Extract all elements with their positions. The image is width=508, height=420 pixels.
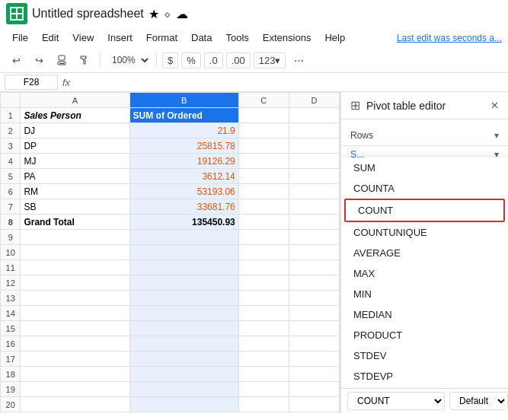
col-header-a[interactable]: A: [21, 93, 129, 108]
cell-5-d[interactable]: [289, 169, 339, 184]
dropdown-item-min[interactable]: MIN: [341, 284, 508, 304]
cell-4-c[interactable]: [238, 154, 289, 169]
cell-6-c[interactable]: [238, 184, 289, 199]
cell-15-b[interactable]: [129, 321, 238, 336]
cell-18-c[interactable]: [238, 367, 289, 382]
percent-button[interactable]: %: [181, 52, 201, 68]
dropdown-item-countunique[interactable]: COUNTUNIQUE: [341, 222, 508, 243]
cell-16-b[interactable]: [129, 336, 238, 352]
col-header-b[interactable]: B: [129, 93, 238, 108]
menu-file[interactable]: File: [6, 29, 34, 46]
drive-icon[interactable]: ⬦: [164, 7, 171, 21]
dropdown-item-max[interactable]: MAX: [341, 263, 508, 284]
cell-1-a[interactable]: Sales Person: [21, 108, 129, 123]
more-toolbar-button[interactable]: ⋯: [289, 50, 308, 70]
cell-11-a[interactable]: [21, 260, 129, 275]
dropdown-item-var[interactable]: VAR: [341, 387, 508, 388]
cell-16-d[interactable]: [289, 336, 339, 352]
cell-10-c[interactable]: [238, 245, 289, 260]
panel-close-button[interactable]: ✕: [490, 100, 499, 111]
cell-9-c[interactable]: [238, 230, 289, 245]
cell-17-c[interactable]: [238, 352, 289, 367]
cell-6-b[interactable]: 53193.06: [129, 184, 238, 199]
cell-8-c[interactable]: [238, 215, 289, 230]
cell-1-b[interactable]: SUM of Ordered: [129, 108, 238, 123]
menu-data[interactable]: Data: [185, 29, 218, 46]
cell-5-a[interactable]: PA: [21, 169, 129, 184]
dropdown-item-stdev[interactable]: STDEV: [341, 345, 508, 366]
cell-4-a[interactable]: MJ: [21, 154, 129, 169]
cell-19-b[interactable]: [129, 382, 238, 397]
menu-extensions[interactable]: Extensions: [257, 29, 318, 46]
cell-4-b[interactable]: 19126.29: [129, 154, 238, 169]
cell-11-d[interactable]: [289, 260, 339, 275]
cell-10-d[interactable]: [289, 245, 339, 260]
dropdown-item-product[interactable]: PRODUCT: [341, 325, 508, 345]
cell-12-b[interactable]: [129, 275, 238, 291]
cell-19-c[interactable]: [238, 382, 289, 397]
cell-8-d[interactable]: [289, 215, 339, 230]
cell-17-b[interactable]: [129, 352, 238, 367]
cell-13-b[interactable]: [129, 291, 238, 306]
cell-13-a[interactable]: [21, 291, 129, 306]
menu-view[interactable]: View: [66, 29, 100, 46]
cell-19-d[interactable]: [289, 382, 339, 397]
dropdown-item-stdevp[interactable]: STDEVP: [341, 366, 508, 387]
decimal-increase-button[interactable]: .00: [226, 52, 251, 68]
cell-3-b[interactable]: 25815.78: [129, 138, 238, 154]
cell-12-c[interactable]: [238, 275, 289, 291]
menu-insert[interactable]: Insert: [101, 29, 139, 46]
cell-20-a[interactable]: [21, 397, 129, 412]
paint-format-button[interactable]: [75, 50, 94, 70]
cell-5-b[interactable]: 3612.14: [129, 169, 238, 184]
cell-reference-input[interactable]: [5, 75, 58, 90]
cell-16-a[interactable]: [21, 336, 129, 352]
cell-3-d[interactable]: [289, 138, 339, 154]
cell-15-c[interactable]: [238, 321, 289, 336]
document-title[interactable]: Untitled spreadsheet: [32, 7, 144, 21]
cell-19-a[interactable]: [21, 382, 129, 397]
col-header-c[interactable]: C: [238, 93, 289, 108]
cell-2-a[interactable]: DJ: [21, 123, 129, 138]
dropdown-item-count[interactable]: COUNT: [344, 199, 505, 222]
cell-12-d[interactable]: [289, 275, 339, 291]
cell-2-c[interactable]: [238, 123, 289, 138]
dropdown-item-sum[interactable]: SUM: [341, 158, 508, 178]
cell-11-c[interactable]: [238, 260, 289, 275]
cell-17-a[interactable]: [21, 352, 129, 367]
currency-button[interactable]: $: [162, 52, 178, 68]
cell-13-d[interactable]: [289, 291, 339, 306]
cell-17-d[interactable]: [289, 352, 339, 367]
cell-9-d[interactable]: [289, 230, 339, 245]
zoom-selector[interactable]: 100%: [106, 52, 151, 68]
cell-7-d[interactable]: [289, 199, 339, 215]
cell-12-a[interactable]: [21, 275, 129, 291]
cell-6-d[interactable]: [289, 184, 339, 199]
menu-format[interactable]: Format: [140, 29, 184, 46]
display-as-select[interactable]: Default: [449, 392, 508, 410]
cell-10-b[interactable]: [129, 245, 238, 260]
cell-18-a[interactable]: [21, 367, 129, 382]
rows-expand-icon[interactable]: ▾: [494, 130, 499, 141]
dropdown-item-median[interactable]: MEDIAN: [341, 304, 508, 325]
more-formats-button[interactable]: 123▾: [254, 52, 286, 68]
cell-15-a[interactable]: [21, 321, 129, 336]
cell-7-b[interactable]: 33681.76: [129, 199, 238, 215]
cell-14-b[interactable]: [129, 306, 238, 321]
cell-8-a[interactable]: Grand Total: [21, 215, 129, 230]
cell-16-c[interactable]: [238, 336, 289, 352]
cell-20-b[interactable]: [129, 397, 238, 412]
redo-button[interactable]: ↪: [29, 50, 49, 70]
cell-14-a[interactable]: [21, 306, 129, 321]
cell-18-b[interactable]: [129, 367, 238, 382]
print-button[interactable]: [52, 50, 72, 70]
cell-11-b[interactable]: [129, 260, 238, 275]
star-icon[interactable]: ★: [149, 7, 159, 21]
cell-20-c[interactable]: [238, 397, 289, 412]
menu-tools[interactable]: Tools: [219, 29, 254, 46]
decimal-decrease-button[interactable]: .0: [204, 52, 223, 68]
cell-6-a[interactable]: RM: [21, 184, 129, 199]
cell-3-a[interactable]: DP: [21, 138, 129, 154]
cell-14-c[interactable]: [238, 306, 289, 321]
dropdown-item-average[interactable]: AVERAGE: [341, 243, 508, 263]
